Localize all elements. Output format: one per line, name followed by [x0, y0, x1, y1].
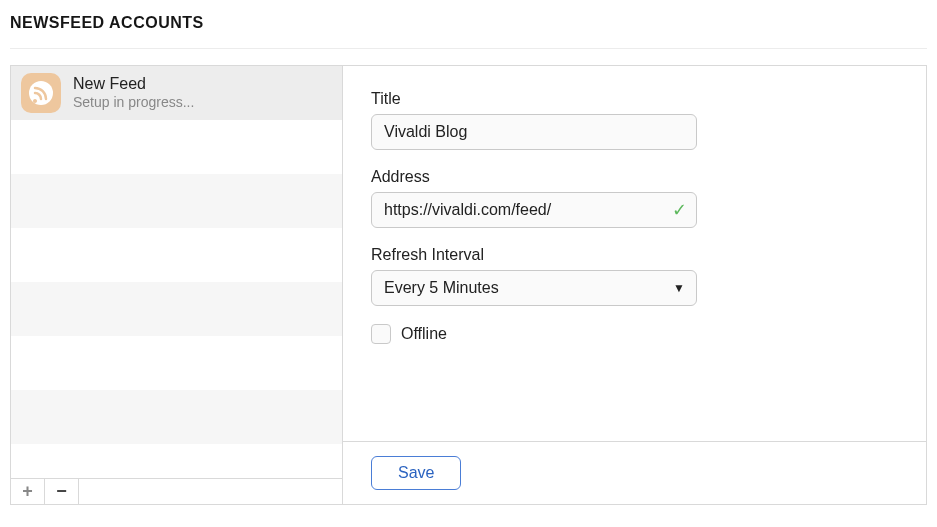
feed-item-title: New Feed [73, 74, 194, 94]
svg-point-0 [29, 81, 53, 105]
table-row [11, 444, 342, 478]
table-row [11, 282, 342, 336]
table-row [11, 120, 342, 174]
add-feed-button[interactable]: + [11, 479, 45, 504]
offline-group: Offline [371, 324, 898, 344]
feed-form: Title Address ✓ Refresh Interval Every 5… [343, 66, 926, 504]
address-group: Address ✓ [371, 168, 898, 228]
offline-row: Offline [371, 324, 898, 344]
address-label: Address [371, 168, 898, 186]
refresh-select-wrap: Every 5 Minutes ▼ [371, 270, 697, 306]
rss-icon [21, 73, 61, 113]
section-header: NEWSFEED ACCOUNTS [10, 10, 927, 49]
feed-list-toolbar: + − [11, 478, 342, 504]
feed-list: New Feed Setup in progress... + − [11, 66, 343, 504]
form-footer: Save [343, 442, 926, 504]
address-input[interactable] [371, 192, 697, 228]
remove-feed-button[interactable]: − [45, 479, 79, 504]
title-group: Title [371, 90, 898, 150]
title-input[interactable] [371, 114, 697, 150]
accounts-panel: New Feed Setup in progress... + − Title [10, 65, 927, 505]
title-label: Title [371, 90, 898, 108]
refresh-label: Refresh Interval [371, 246, 898, 264]
form-body: Title Address ✓ Refresh Interval Every 5… [343, 66, 926, 442]
refresh-group: Refresh Interval Every 5 Minutes ▼ [371, 246, 898, 306]
feed-item-subtitle: Setup in progress... [73, 94, 194, 112]
table-row [11, 228, 342, 282]
address-input-wrap: ✓ [371, 192, 697, 228]
table-row [11, 336, 342, 390]
feed-list-item[interactable]: New Feed Setup in progress... [11, 66, 342, 120]
feed-list-body: New Feed Setup in progress... [11, 66, 342, 478]
offline-checkbox[interactable] [371, 324, 391, 344]
offline-label[interactable]: Offline [401, 325, 447, 343]
refresh-select[interactable]: Every 5 Minutes [371, 270, 697, 306]
table-row [11, 390, 342, 444]
save-button[interactable]: Save [371, 456, 461, 490]
table-row [11, 174, 342, 228]
feed-item-text: New Feed Setup in progress... [73, 74, 194, 112]
